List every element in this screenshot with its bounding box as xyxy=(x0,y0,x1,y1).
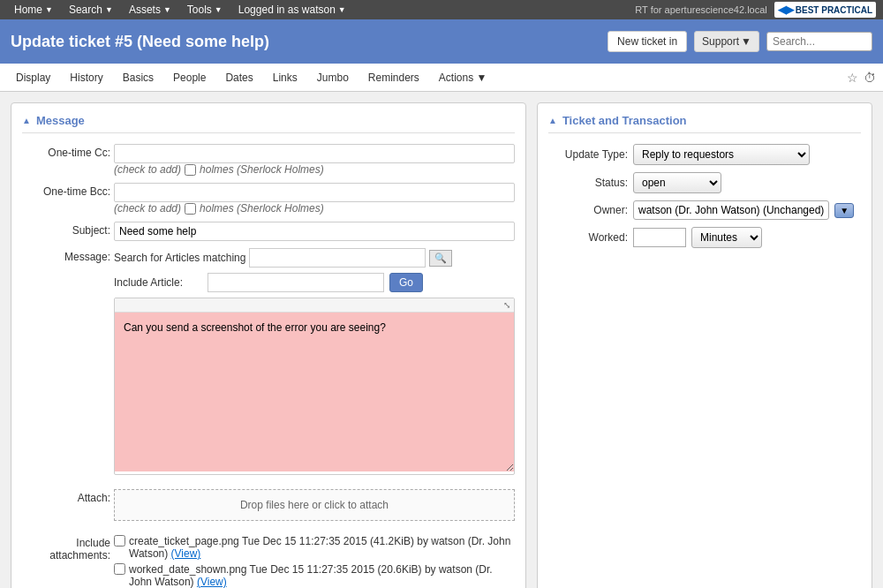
one-time-bcc-content: (check to add) holmes (Sherlock Holmes) xyxy=(114,183,515,215)
attachment-2-checkbox[interactable] xyxy=(114,563,125,575)
attachment-1-view-link[interactable]: (View) xyxy=(171,547,201,560)
best-practical-logo: ◀▶ BEST PRACTICAL xyxy=(774,2,876,18)
sub-navigation: Display History Basics People Dates Link… xyxy=(0,64,883,92)
owner-value: watson (Dr. John Watson) (Unchanged) xyxy=(638,204,824,216)
message-toggle-icon[interactable]: ▲ xyxy=(22,116,31,125)
tab-people[interactable]: People xyxy=(164,66,215,89)
actions-arrow-icon: ▼ xyxy=(477,72,487,84)
one-time-cc-label: One-time Cc: xyxy=(22,144,110,159)
message-label: Message: xyxy=(22,248,110,263)
tools-arrow-icon: ▼ xyxy=(215,5,223,14)
attachment-1-info: create_ticket_page.png Tue Dec 15 11:27:… xyxy=(129,535,515,560)
attachment-1-row: create_ticket_page.png Tue Dec 15 11:27:… xyxy=(114,535,515,560)
go-button[interactable]: Go xyxy=(389,273,423,292)
nav-tools[interactable]: Tools ▼ xyxy=(180,2,230,18)
one-time-cc-content: (check to add) holmes (Sherlock Holmes) xyxy=(114,144,515,176)
one-time-bcc-row: One-time Bcc: (check to add) holmes (She… xyxy=(22,183,515,215)
attach-content: Drop files here or click to attach xyxy=(114,489,515,528)
article-search-label: Search for Articles matching xyxy=(114,252,245,264)
include-attachments-row: Include attachments: create_ticket_page.… xyxy=(22,535,515,588)
one-time-cc-input[interactable] xyxy=(114,144,515,163)
attach-row: Attach: Drop files here or click to atta… xyxy=(22,489,515,528)
attachment-2-date: Tue Dec 15 11:27:35 2015 xyxy=(250,563,375,576)
message-panel: ▲ Message One-time Cc: (check to add) ho… xyxy=(11,102,526,588)
message-row: Message: Search for Articles matching 🔍 … xyxy=(22,248,515,482)
attachment-2-view-link[interactable]: (View) xyxy=(197,576,227,588)
title-bar-actions: New ticket in Support ▼ xyxy=(608,31,872,52)
status-select[interactable]: open xyxy=(633,172,721,193)
subject-content xyxy=(114,222,515,241)
attachment-1-filename: create_ticket_page.png xyxy=(129,535,239,547)
clock-icon[interactable]: ⏱ xyxy=(864,71,876,85)
rt-label: RT for aperturescience42.local xyxy=(635,4,766,15)
update-type-label: Update Type: xyxy=(548,148,628,161)
tab-dates[interactable]: Dates xyxy=(216,66,261,89)
one-time-cc-row: One-time Cc: (check to add) holmes (Sher… xyxy=(22,144,515,176)
include-attachments-content: create_ticket_page.png Tue Dec 15 11:27:… xyxy=(114,535,515,588)
include-article-input[interactable] xyxy=(208,273,384,292)
top-navigation: Home ▼ Search ▼ Assets ▼ Tools ▼ Logged … xyxy=(0,0,883,19)
assets-arrow-icon: ▼ xyxy=(163,5,171,14)
ticket-transaction-header: ▲ Ticket and Transaction xyxy=(548,114,861,133)
attachment-2-info: worked_date_shown.png Tue Dec 15 11:27:3… xyxy=(129,563,515,588)
include-article-row: Include Article: Go xyxy=(114,273,515,292)
tab-basics[interactable]: Basics xyxy=(114,66,162,89)
tab-reminders[interactable]: Reminders xyxy=(359,66,428,89)
support-button[interactable]: Support ▼ xyxy=(694,31,759,52)
cc-checkbox[interactable] xyxy=(185,164,196,176)
owner-row: Owner: watson (Dr. John Watson) (Unchang… xyxy=(548,200,861,220)
nav-assets[interactable]: Assets ▼ xyxy=(122,2,178,18)
message-toolbar: ⤡ xyxy=(115,298,514,313)
owner-arrow-button[interactable]: ▼ xyxy=(834,203,854,218)
tab-actions[interactable]: Actions ▼ xyxy=(430,66,496,89)
tab-links[interactable]: Links xyxy=(264,66,306,89)
subject-input[interactable] xyxy=(114,222,515,241)
main-content: ▲ Message One-time Cc: (check to add) ho… xyxy=(0,92,883,588)
tab-jumbo[interactable]: Jumbo xyxy=(308,66,358,89)
resize-icon: ⤡ xyxy=(503,300,510,310)
nav-logged-in[interactable]: Logged in as watson ▼ xyxy=(231,2,353,18)
attachment-2-filename: worked_date_shown.png xyxy=(129,563,246,576)
attachment-1-checkbox[interactable] xyxy=(114,535,125,547)
attach-drop-area[interactable]: Drop files here or click to attach xyxy=(114,489,515,521)
attachment-2-size: 20.6KiB xyxy=(381,563,419,576)
bp-arrows-icon: ◀▶ xyxy=(778,4,794,16)
nav-search[interactable]: Search ▼ xyxy=(62,2,120,18)
search-arrow-icon: ▼ xyxy=(105,5,113,14)
owner-label: Owner: xyxy=(548,204,628,216)
one-time-bcc-input[interactable] xyxy=(114,183,515,202)
home-arrow-icon: ▼ xyxy=(45,5,53,14)
tab-history[interactable]: History xyxy=(61,66,111,89)
attachment-1-size: 41.2KiB xyxy=(374,535,411,547)
ticket-transaction-toggle-icon[interactable]: ▲ xyxy=(548,116,557,125)
worked-row: Worked: Minutes xyxy=(548,227,861,248)
article-search-button[interactable]: 🔍 xyxy=(429,250,452,267)
nav-right: RT for aperturescience42.local ◀▶ BEST P… xyxy=(635,2,876,18)
update-type-row: Update Type: Reply to requestors xyxy=(548,144,861,165)
article-search-input[interactable] xyxy=(249,248,426,268)
nav-home[interactable]: Home ▼ xyxy=(7,2,60,18)
worked-label: Worked: xyxy=(548,231,628,244)
title-bar: Update ticket #5 (Need some help) New ti… xyxy=(0,19,883,64)
title-search-input[interactable] xyxy=(766,32,872,51)
worked-unit-select[interactable]: Minutes xyxy=(691,227,762,248)
cc-check-to-add: (check to add) holmes (Sherlock Holmes) xyxy=(114,163,515,176)
attachment-1-date: Tue Dec 15 11:27:35 2015 xyxy=(242,535,367,547)
subject-label: Subject: xyxy=(22,222,110,237)
worked-input[interactable] xyxy=(633,228,686,247)
status-row: Status: open xyxy=(548,172,861,193)
status-label: Status: xyxy=(548,177,628,189)
bcc-checkbox[interactable] xyxy=(185,203,196,215)
update-type-select[interactable]: Reply to requestors xyxy=(633,144,810,165)
ticket-transaction-panel: ▲ Ticket and Transaction Update Type: Re… xyxy=(537,102,872,588)
owner-field: watson (Dr. John Watson) (Unchanged) xyxy=(633,200,829,220)
message-textarea[interactable]: Can you send a screenshot of the error y… xyxy=(115,313,514,471)
ticket-transaction-title: Ticket and Transaction xyxy=(562,114,687,127)
new-ticket-button[interactable]: New ticket in xyxy=(608,31,687,52)
star-icon[interactable]: ☆ xyxy=(847,71,858,85)
tab-display[interactable]: Display xyxy=(7,66,59,89)
attachment-2-row: worked_date_shown.png Tue Dec 15 11:27:3… xyxy=(114,563,515,588)
article-search-row: Search for Articles matching 🔍 xyxy=(114,248,515,268)
message-section-header: ▲ Message xyxy=(22,114,515,133)
attach-label: Attach: xyxy=(22,489,110,504)
